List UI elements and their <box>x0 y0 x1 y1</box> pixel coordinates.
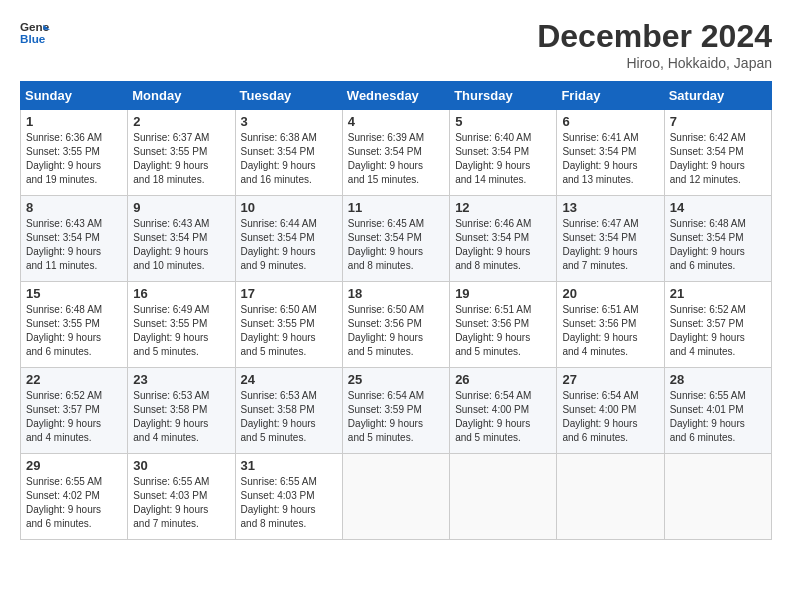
day-number: 18 <box>348 286 444 301</box>
table-row: 20Sunrise: 6:51 AM Sunset: 3:56 PM Dayli… <box>557 282 664 368</box>
day-info: Sunrise: 6:41 AM Sunset: 3:54 PM Dayligh… <box>562 131 658 187</box>
day-number: 19 <box>455 286 551 301</box>
day-number: 6 <box>562 114 658 129</box>
day-number: 2 <box>133 114 229 129</box>
header: General Blue December 2024 Hiroo, Hokkai… <box>20 18 772 71</box>
day-number: 21 <box>670 286 766 301</box>
day-number: 30 <box>133 458 229 473</box>
day-info: Sunrise: 6:37 AM Sunset: 3:55 PM Dayligh… <box>133 131 229 187</box>
month-title: December 2024 <box>537 18 772 55</box>
day-number: 31 <box>241 458 337 473</box>
day-number: 28 <box>670 372 766 387</box>
table-row: 2Sunrise: 6:37 AM Sunset: 3:55 PM Daylig… <box>128 110 235 196</box>
table-row: 3Sunrise: 6:38 AM Sunset: 3:54 PM Daylig… <box>235 110 342 196</box>
day-info: Sunrise: 6:48 AM Sunset: 3:54 PM Dayligh… <box>670 217 766 273</box>
day-info: Sunrise: 6:50 AM Sunset: 3:55 PM Dayligh… <box>241 303 337 359</box>
col-header-sunday: Sunday <box>21 82 128 110</box>
day-info: Sunrise: 6:38 AM Sunset: 3:54 PM Dayligh… <box>241 131 337 187</box>
day-number: 12 <box>455 200 551 215</box>
day-info: Sunrise: 6:55 AM Sunset: 4:02 PM Dayligh… <box>26 475 122 531</box>
table-row: 23Sunrise: 6:53 AM Sunset: 3:58 PM Dayli… <box>128 368 235 454</box>
table-row: 26Sunrise: 6:54 AM Sunset: 4:00 PM Dayli… <box>450 368 557 454</box>
day-info: Sunrise: 6:54 AM Sunset: 4:00 PM Dayligh… <box>455 389 551 445</box>
table-row <box>450 454 557 540</box>
day-number: 27 <box>562 372 658 387</box>
table-row: 19Sunrise: 6:51 AM Sunset: 3:56 PM Dayli… <box>450 282 557 368</box>
day-info: Sunrise: 6:42 AM Sunset: 3:54 PM Dayligh… <box>670 131 766 187</box>
day-info: Sunrise: 6:51 AM Sunset: 3:56 PM Dayligh… <box>455 303 551 359</box>
col-header-tuesday: Tuesday <box>235 82 342 110</box>
day-number: 15 <box>26 286 122 301</box>
table-row: 18Sunrise: 6:50 AM Sunset: 3:56 PM Dayli… <box>342 282 449 368</box>
table-row: 28Sunrise: 6:55 AM Sunset: 4:01 PM Dayli… <box>664 368 771 454</box>
table-row: 10Sunrise: 6:44 AM Sunset: 3:54 PM Dayli… <box>235 196 342 282</box>
day-number: 29 <box>26 458 122 473</box>
day-info: Sunrise: 6:43 AM Sunset: 3:54 PM Dayligh… <box>26 217 122 273</box>
day-number: 10 <box>241 200 337 215</box>
day-info: Sunrise: 6:47 AM Sunset: 3:54 PM Dayligh… <box>562 217 658 273</box>
day-info: Sunrise: 6:36 AM Sunset: 3:55 PM Dayligh… <box>26 131 122 187</box>
table-row: 8Sunrise: 6:43 AM Sunset: 3:54 PM Daylig… <box>21 196 128 282</box>
day-number: 23 <box>133 372 229 387</box>
table-row: 16Sunrise: 6:49 AM Sunset: 3:55 PM Dayli… <box>128 282 235 368</box>
day-number: 26 <box>455 372 551 387</box>
table-row: 27Sunrise: 6:54 AM Sunset: 4:00 PM Dayli… <box>557 368 664 454</box>
table-row: 13Sunrise: 6:47 AM Sunset: 3:54 PM Dayli… <box>557 196 664 282</box>
day-number: 16 <box>133 286 229 301</box>
table-row: 15Sunrise: 6:48 AM Sunset: 3:55 PM Dayli… <box>21 282 128 368</box>
title-block: December 2024 Hiroo, Hokkaido, Japan <box>537 18 772 71</box>
table-row <box>342 454 449 540</box>
day-info: Sunrise: 6:55 AM Sunset: 4:01 PM Dayligh… <box>670 389 766 445</box>
table-row: 31Sunrise: 6:55 AM Sunset: 4:03 PM Dayli… <box>235 454 342 540</box>
day-number: 13 <box>562 200 658 215</box>
logo-icon: General Blue <box>20 18 50 48</box>
day-info: Sunrise: 6:52 AM Sunset: 3:57 PM Dayligh… <box>670 303 766 359</box>
day-info: Sunrise: 6:55 AM Sunset: 4:03 PM Dayligh… <box>133 475 229 531</box>
table-row: 30Sunrise: 6:55 AM Sunset: 4:03 PM Dayli… <box>128 454 235 540</box>
calendar-table: SundayMondayTuesdayWednesdayThursdayFrid… <box>20 81 772 540</box>
table-row: 21Sunrise: 6:52 AM Sunset: 3:57 PM Dayli… <box>664 282 771 368</box>
day-info: Sunrise: 6:48 AM Sunset: 3:55 PM Dayligh… <box>26 303 122 359</box>
table-row: 12Sunrise: 6:46 AM Sunset: 3:54 PM Dayli… <box>450 196 557 282</box>
day-number: 20 <box>562 286 658 301</box>
col-header-friday: Friday <box>557 82 664 110</box>
table-row: 14Sunrise: 6:48 AM Sunset: 3:54 PM Dayli… <box>664 196 771 282</box>
day-number: 17 <box>241 286 337 301</box>
day-number: 1 <box>26 114 122 129</box>
day-info: Sunrise: 6:44 AM Sunset: 3:54 PM Dayligh… <box>241 217 337 273</box>
day-number: 8 <box>26 200 122 215</box>
col-header-monday: Monday <box>128 82 235 110</box>
table-row: 6Sunrise: 6:41 AM Sunset: 3:54 PM Daylig… <box>557 110 664 196</box>
logo: General Blue <box>20 18 50 48</box>
day-number: 3 <box>241 114 337 129</box>
day-info: Sunrise: 6:45 AM Sunset: 3:54 PM Dayligh… <box>348 217 444 273</box>
day-number: 5 <box>455 114 551 129</box>
day-info: Sunrise: 6:53 AM Sunset: 3:58 PM Dayligh… <box>241 389 337 445</box>
day-number: 14 <box>670 200 766 215</box>
table-row: 17Sunrise: 6:50 AM Sunset: 3:55 PM Dayli… <box>235 282 342 368</box>
table-row: 29Sunrise: 6:55 AM Sunset: 4:02 PM Dayli… <box>21 454 128 540</box>
day-info: Sunrise: 6:43 AM Sunset: 3:54 PM Dayligh… <box>133 217 229 273</box>
table-row: 25Sunrise: 6:54 AM Sunset: 3:59 PM Dayli… <box>342 368 449 454</box>
col-header-saturday: Saturday <box>664 82 771 110</box>
day-number: 9 <box>133 200 229 215</box>
table-row: 1Sunrise: 6:36 AM Sunset: 3:55 PM Daylig… <box>21 110 128 196</box>
table-row: 4Sunrise: 6:39 AM Sunset: 3:54 PM Daylig… <box>342 110 449 196</box>
table-row: 9Sunrise: 6:43 AM Sunset: 3:54 PM Daylig… <box>128 196 235 282</box>
day-number: 24 <box>241 372 337 387</box>
day-info: Sunrise: 6:55 AM Sunset: 4:03 PM Dayligh… <box>241 475 337 531</box>
day-info: Sunrise: 6:49 AM Sunset: 3:55 PM Dayligh… <box>133 303 229 359</box>
table-row: 11Sunrise: 6:45 AM Sunset: 3:54 PM Dayli… <box>342 196 449 282</box>
day-info: Sunrise: 6:52 AM Sunset: 3:57 PM Dayligh… <box>26 389 122 445</box>
day-info: Sunrise: 6:54 AM Sunset: 3:59 PM Dayligh… <box>348 389 444 445</box>
table-row <box>557 454 664 540</box>
day-info: Sunrise: 6:40 AM Sunset: 3:54 PM Dayligh… <box>455 131 551 187</box>
day-info: Sunrise: 6:54 AM Sunset: 4:00 PM Dayligh… <box>562 389 658 445</box>
page: General Blue December 2024 Hiroo, Hokkai… <box>0 0 792 612</box>
day-info: Sunrise: 6:51 AM Sunset: 3:56 PM Dayligh… <box>562 303 658 359</box>
day-info: Sunrise: 6:39 AM Sunset: 3:54 PM Dayligh… <box>348 131 444 187</box>
table-row: 22Sunrise: 6:52 AM Sunset: 3:57 PM Dayli… <box>21 368 128 454</box>
subtitle: Hiroo, Hokkaido, Japan <box>537 55 772 71</box>
svg-text:Blue: Blue <box>20 32 46 45</box>
day-info: Sunrise: 6:46 AM Sunset: 3:54 PM Dayligh… <box>455 217 551 273</box>
